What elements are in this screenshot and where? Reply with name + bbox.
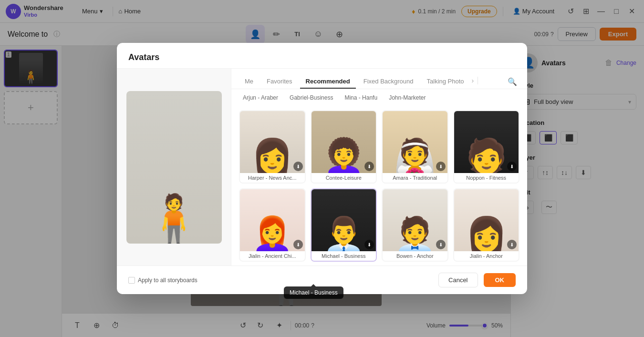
avatar-name-bowen: Bowen - Anchor bbox=[383, 251, 447, 261]
ok-button[interactable]: OK bbox=[484, 273, 516, 287]
avatar-card-amara[interactable]: 👰 ⬇ Amara - Traditional bbox=[382, 110, 448, 184]
avatar-name-harper: Harper - News Anc... bbox=[240, 173, 305, 183]
modal-preview: 🧍 bbox=[117, 69, 231, 266]
avatar-img-michael: 👨‍💼 ⬇ bbox=[312, 189, 376, 251]
avatar-card-harper[interactable]: 👩 ⬇ Harper - News Anc... bbox=[239, 110, 306, 184]
avatars-modal: Avatars 🧍 Me Favorites Recommended Fixed… bbox=[117, 43, 527, 294]
chevron-right-icon[interactable]: › bbox=[472, 77, 474, 84]
download-icon-8: ⬇ bbox=[507, 240, 517, 249]
avatar-card-jialin[interactable]: 👩‍🦰 ⬇ Jialin - Ancient Chi... bbox=[239, 188, 306, 262]
download-icon: ⬇ bbox=[293, 162, 303, 171]
modal-footer: Apply to all storyboards Cancel OK bbox=[117, 266, 527, 294]
tab-talking-photo[interactable]: Talking Photo bbox=[421, 75, 470, 89]
avatar-name-jialin2: Jialin - Anchor bbox=[454, 251, 519, 261]
tab-divider bbox=[478, 77, 478, 84]
tab-recommended[interactable]: Recommended bbox=[300, 75, 356, 89]
avatar-card-jialin2[interactable]: 👩 ⬇ Jialin - Anchor bbox=[453, 188, 520, 262]
download-icon-3: ⬇ bbox=[436, 162, 446, 171]
avatar-img-amara: 👰 ⬇ bbox=[383, 111, 447, 173]
subtab-mina[interactable]: Mina - Hanfu bbox=[341, 93, 381, 102]
modal-header: Avatars bbox=[117, 43, 527, 69]
tabs-row: Me Favorites Recommended Fixed Backgroun… bbox=[231, 69, 527, 89]
modal-overlay: Avatars 🧍 Me Favorites Recommended Fixed… bbox=[0, 0, 644, 337]
avatar-img-jialin2: 👩 ⬇ bbox=[454, 189, 519, 251]
avatar-img-jialin: 👩‍🦰 ⬇ bbox=[240, 189, 305, 251]
search-button[interactable]: 🔍 bbox=[505, 74, 519, 89]
tab-me[interactable]: Me bbox=[239, 75, 259, 89]
checkbox-icon[interactable] bbox=[128, 277, 135, 284]
download-icon-4: ⬇ bbox=[507, 162, 517, 171]
avatar-card-noppon[interactable]: 🧑 ⬇ Noppon - Fitness bbox=[453, 110, 520, 184]
modal-body: 🧍 Me Favorites Recommended Fixed Backgro… bbox=[117, 69, 527, 266]
download-icon-7: ⬇ bbox=[436, 240, 446, 249]
subtab-gabriel[interactable]: Gabriel-Business bbox=[286, 93, 337, 102]
avatar-name-noppon: Noppon - Fitness bbox=[454, 173, 519, 183]
subtab-john[interactable]: John-Marketer bbox=[385, 93, 429, 102]
modal-title: Avatars bbox=[128, 52, 516, 62]
avatar-card-michael[interactable]: 👨‍💼 ⬇ Michael - Business bbox=[311, 188, 377, 262]
modal-right: Me Favorites Recommended Fixed Backgroun… bbox=[231, 69, 527, 266]
avatar-img-contee: 👩‍🦱 ⬇ bbox=[312, 111, 376, 173]
avatar-img-bowen: 🧑‍💼 ⬇ bbox=[383, 189, 447, 251]
avatar-name-michael: Michael - Business bbox=[312, 251, 376, 261]
subtab-arjun[interactable]: Arjun - Araber bbox=[239, 93, 282, 102]
cancel-button[interactable]: Cancel bbox=[438, 273, 478, 287]
avatar-img-noppon: 🧑 ⬇ bbox=[454, 111, 519, 173]
tab-fixed-bg[interactable]: Fixed Background bbox=[358, 75, 419, 89]
avatar-card-bowen[interactable]: 🧑‍💼 ⬇ Bowen - Anchor bbox=[382, 188, 448, 262]
apply-all-checkbox[interactable]: Apply to all storyboards bbox=[128, 277, 197, 284]
avatar-img-harper: 👩 ⬇ bbox=[240, 111, 305, 173]
tab-favorites[interactable]: Favorites bbox=[261, 75, 298, 89]
download-icon-2: ⬇ bbox=[364, 162, 374, 171]
avatar-name-contee: Contee-Leisure bbox=[312, 173, 376, 183]
subtabs-row: Arjun - Araber Gabriel-Business Mina - H… bbox=[231, 89, 527, 106]
avatar-name-amara: Amara - Traditional bbox=[383, 173, 447, 183]
preview-figure: 🧍 bbox=[126, 91, 222, 244]
avatar-card-contee[interactable]: 👩‍🦱 ⬇ Contee-Leisure bbox=[311, 110, 377, 184]
avatars-grid: 👩 ⬇ Harper - News Anc... 👩‍🦱 ⬇ Contee-Le… bbox=[231, 106, 527, 266]
download-icon-6: ⬇ bbox=[364, 240, 374, 249]
download-icon-5: ⬇ bbox=[293, 240, 303, 249]
avatar-name-jialin: Jialin - Ancient Chi... bbox=[240, 251, 305, 261]
